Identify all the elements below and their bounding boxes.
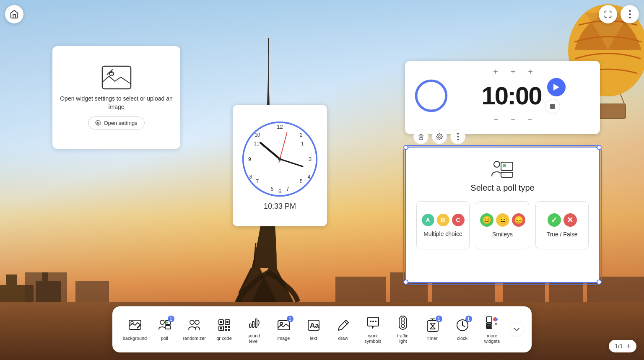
- timer-increment-hours[interactable]: +: [493, 67, 498, 77]
- draw-icon-wrap: [335, 317, 351, 333]
- svg-text:5: 5: [300, 179, 303, 184]
- toolbar-item-image[interactable]: 1 image: [269, 314, 299, 344]
- timer-increment-seconds[interactable]: +: [528, 67, 533, 77]
- home-button[interactable]: [5, 5, 23, 23]
- svg-rect-22: [102, 66, 131, 89]
- svg-rect-73: [228, 326, 230, 328]
- timer-stop-button[interactable]: [545, 99, 560, 114]
- toolbar-item-sound-level[interactable]: sound level: [239, 311, 269, 347]
- timer-decrement-row: − − −: [494, 115, 553, 124]
- timer-decrement-seconds[interactable]: −: [528, 115, 532, 124]
- resize-handle-tl[interactable]: [403, 145, 408, 150]
- svg-rect-9: [335, 277, 386, 302]
- text-label: text: [310, 336, 317, 341]
- work-symbols-icon-wrap: [365, 315, 381, 331]
- toolbar-item-timer[interactable]: 1 timer: [418, 314, 447, 344]
- timer-decrement-hours[interactable]: −: [494, 115, 499, 124]
- clock-time-label: 10:33 PM: [264, 202, 296, 211]
- fullscreen-button[interactable]: [599, 5, 617, 23]
- timer-more-button[interactable]: [450, 129, 465, 144]
- choice-c-icon: C: [452, 214, 465, 226]
- smiley-icons: 😊 😐 😞: [480, 213, 525, 227]
- qr-code-icon-wrap: [216, 317, 232, 333]
- timer-delete-button[interactable]: [413, 129, 428, 144]
- randomizer-icon: [188, 319, 201, 332]
- toolbar-item-qr-code[interactable]: qr code: [209, 314, 239, 344]
- choice-a-icon: A: [422, 214, 434, 226]
- svg-point-80: [280, 322, 283, 325]
- gear-icon: [95, 120, 101, 126]
- true-false-icons: ✓ ✕: [548, 213, 577, 227]
- poll-option-true-false[interactable]: ✓ ✕ True / False: [535, 201, 589, 249]
- svg-rect-48: [550, 104, 555, 109]
- true-icon: ✓: [548, 213, 561, 227]
- svg-rect-86: [399, 316, 407, 329]
- timer-icon-wrap: 1: [425, 317, 441, 333]
- toolbar-item-draw[interactable]: draw: [328, 314, 358, 344]
- image-icon-wrap: 1: [276, 317, 292, 333]
- svg-text:5: 5: [271, 186, 274, 192]
- toolbar-item-clock[interactable]: 1 clock: [447, 314, 477, 344]
- poll-option-multiple-choice[interactable]: A B C Multiple choice: [416, 201, 470, 249]
- svg-text:9: 9: [248, 156, 251, 162]
- open-settings-button[interactable]: Open settings: [88, 117, 144, 129]
- background-icon-wrap: [127, 317, 143, 333]
- menu-button[interactable]: [621, 5, 639, 23]
- svg-rect-11: [432, 281, 495, 302]
- timer-settings-button[interactable]: [432, 129, 447, 144]
- svg-point-49: [439, 136, 440, 137]
- timer-progress-circle: [413, 78, 449, 114]
- svg-point-88: [401, 321, 405, 324]
- toolbar-item-traffic-light[interactable]: traffic light: [388, 311, 418, 347]
- timer-increment-minutes[interactable]: +: [511, 67, 516, 77]
- svg-rect-102: [489, 324, 491, 326]
- draw-label: draw: [338, 336, 348, 341]
- true-false-label: True / False: [546, 231, 577, 238]
- svg-rect-7: [25, 272, 67, 302]
- svg-point-96: [462, 325, 463, 326]
- clock-widget: 12 3 6 9 2 10 4 8 7 5 5 1 11 7 10:33 PM: [233, 105, 327, 226]
- svg-rect-57: [503, 174, 506, 176]
- svg-point-53: [494, 161, 500, 167]
- svg-text:12: 12: [277, 124, 283, 130]
- sound-level-icon-wrap: [246, 315, 262, 331]
- svg-point-65: [195, 320, 199, 324]
- toolbar-item-poll[interactable]: 1 poll: [150, 314, 179, 344]
- svg-point-64: [190, 320, 194, 324]
- svg-rect-100: [486, 323, 492, 329]
- svg-point-25: [98, 122, 99, 124]
- timer-widget: + + + 10:00 − − −: [405, 61, 600, 134]
- image-placeholder-icon: [101, 65, 132, 90]
- false-icon: ✕: [564, 213, 577, 227]
- toolbar-item-text[interactable]: Aa text: [299, 314, 328, 344]
- svg-point-60: [160, 320, 164, 324]
- open-settings-label: Open settings: [104, 120, 137, 126]
- svg-point-20: [629, 13, 631, 15]
- timer-controls: + + + 10:00 − − −: [455, 67, 592, 124]
- svg-rect-103: [487, 326, 489, 328]
- toolbar-collapse-button[interactable]: [509, 322, 524, 337]
- toolbar-item-work-symbols[interactable]: work symbols: [358, 311, 388, 347]
- toolbar-item-more-widgets[interactable]: more widgets: [477, 311, 507, 347]
- smiley-neutral-icon: 😐: [496, 213, 509, 227]
- timer-play-button[interactable]: [547, 78, 566, 96]
- work-symbols-icon: [366, 316, 380, 329]
- resize-handle-bl[interactable]: [403, 280, 408, 285]
- poll-option-smileys[interactable]: 😊 😐 😞 Smileys: [476, 201, 529, 249]
- svg-rect-101: [487, 324, 489, 326]
- toolbar-item-background[interactable]: background: [120, 314, 150, 344]
- svg-point-99: [495, 318, 498, 321]
- timer-top-section: + + + 10:00 − − −: [413, 67, 592, 124]
- resize-handle-br[interactable]: [597, 280, 602, 285]
- svg-point-84: [372, 321, 374, 322]
- multiple-choice-icons: A B C: [422, 214, 465, 226]
- svg-point-51: [457, 136, 459, 137]
- poll-widget: Select a poll type A B C Multiple choice…: [405, 147, 600, 283]
- add-page-button[interactable]: +: [626, 342, 631, 350]
- toolbar-item-randomizer[interactable]: randomizer: [179, 314, 209, 344]
- background-label: background: [123, 336, 147, 341]
- resize-handle-tr[interactable]: [597, 145, 602, 150]
- timer-decrement-minutes[interactable]: −: [511, 115, 515, 124]
- svg-rect-3: [6, 275, 17, 285]
- smiley-sad-icon: 😞: [512, 213, 525, 227]
